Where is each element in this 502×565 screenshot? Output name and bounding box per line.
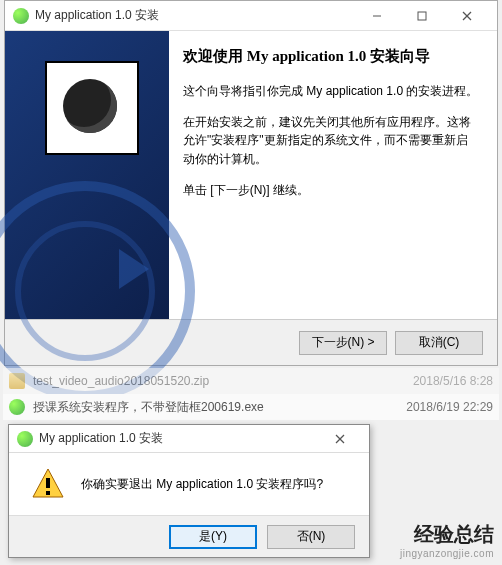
close-button[interactable] <box>444 2 489 30</box>
maximize-button[interactable] <box>399 2 444 30</box>
yes-button[interactable]: 是(Y) <box>169 525 257 549</box>
svg-rect-7 <box>46 478 50 488</box>
confirm-dialog: My application 1.0 安装 你确实要退出 My applicat… <box>8 424 370 558</box>
file-row[interactable]: 授课系统安装程序，不带登陆框200619.exe 2018/6/19 22:29 <box>3 394 499 420</box>
wizard-para-2: 在开始安装之前，建议先关闭其他所有应用程序。这将允许"安装程序"更新指定的系统文… <box>183 113 479 169</box>
warning-icon <box>31 467 65 501</box>
next-button[interactable]: 下一步(N) > <box>299 331 387 355</box>
watermark: 经验总结 jingyanzongjie.com <box>400 521 494 559</box>
wizard-side-image <box>5 31 169 319</box>
dialog-titlebar: My application 1.0 安装 <box>9 425 369 453</box>
window-title: My application 1.0 安装 <box>35 7 354 24</box>
wizard-text-panel: 欢迎使用 My application 1.0 安装向导 这个向导将指引你完成 … <box>169 31 497 319</box>
watermark-url: jingyanzongjie.com <box>400 548 494 559</box>
no-button[interactable]: 否(N) <box>267 525 355 549</box>
dialog-body: 你确实要退出 My application 1.0 安装程序吗? <box>9 453 369 515</box>
wizard-para-3: 单击 [下一步(N)] 继续。 <box>183 181 479 200</box>
app-icon <box>17 431 33 447</box>
file-date: 2018/6/19 22:29 <box>406 400 493 414</box>
minimize-button[interactable] <box>354 2 399 30</box>
exe-icon <box>9 399 25 415</box>
titlebar: My application 1.0 安装 <box>5 1 497 31</box>
installer-window: My application 1.0 安装 欢迎使用 My applicatio… <box>4 0 498 366</box>
file-row[interactable]: test_video_audio2018051520.zip 2018/5/16… <box>3 368 499 394</box>
dialog-close-button[interactable] <box>319 426 361 452</box>
svg-rect-1 <box>418 12 426 20</box>
cancel-button[interactable]: 取消(C) <box>395 331 483 355</box>
dialog-button-row: 是(Y) 否(N) <box>9 515 369 557</box>
wizard-para-1: 这个向导将指引你完成 My application 1.0 的安装进程。 <box>183 82 479 101</box>
wizard-heading: 欢迎使用 My application 1.0 安装向导 <box>183 45 479 68</box>
svg-rect-8 <box>46 491 50 495</box>
zip-icon <box>9 373 25 389</box>
app-icon <box>13 8 29 24</box>
content-area: 欢迎使用 My application 1.0 安装向导 这个向导将指引你完成 … <box>5 31 497 319</box>
file-date: 2018/5/16 8:28 <box>413 374 493 388</box>
dialog-message: 你确实要退出 My application 1.0 安装程序吗? <box>81 476 323 493</box>
watermark-text: 经验总结 <box>400 521 494 548</box>
file-name: test_video_audio2018051520.zip <box>33 374 413 388</box>
dialog-title: My application 1.0 安装 <box>39 430 319 447</box>
file-name: 授课系统安装程序，不带登陆框200619.exe <box>33 399 406 416</box>
